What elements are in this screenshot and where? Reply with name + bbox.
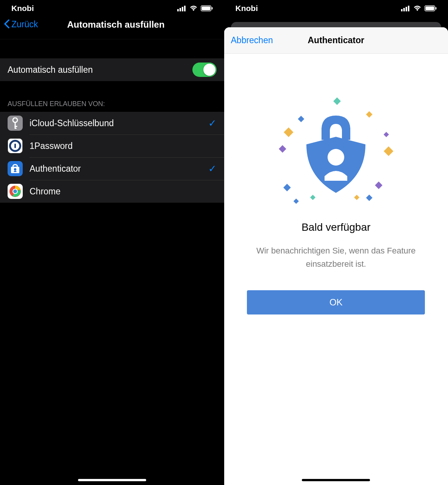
provider-row-icloud[interactable]: iCloud-Schlüsselbund ✓	[0, 112, 224, 135]
spark-icon	[283, 184, 291, 191]
toggle-knob	[203, 64, 215, 76]
provider-row-authenticator[interactable]: Authenticator ✓	[0, 157, 224, 180]
status-bar: Knobi	[224, 0, 448, 17]
page-title: Automatisch ausfüllen	[11, 19, 220, 30]
authenticator-icon	[8, 161, 23, 176]
svg-rect-2	[182, 7, 183, 11]
wifi-icon	[189, 5, 198, 11]
autofill-toggle-row[interactable]: Automatisch ausfüllen	[0, 58, 224, 81]
svg-rect-18	[401, 9, 403, 11]
status-icons	[177, 5, 213, 11]
chrome-icon	[8, 184, 23, 199]
sheet-body: Bald verfügbar Wir benachrichtigen Sie, …	[224, 54, 448, 485]
svg-rect-21	[408, 6, 409, 11]
carrier-label: Knobi	[236, 4, 258, 13]
provider-label: Authenticator	[30, 164, 201, 174]
spark-icon	[279, 145, 286, 153]
svg-rect-13	[14, 144, 16, 148]
status-bar: Knobi	[0, 0, 224, 17]
spark-icon	[384, 146, 393, 156]
icloud-keychain-icon	[8, 116, 23, 131]
phone-left-settings: Knobi Zurück Automatisch ausfüllen Autom…	[0, 0, 224, 485]
autofill-toggle-label: Automatisch ausfüllen	[8, 65, 192, 75]
svg-rect-20	[406, 7, 407, 11]
svg-rect-3	[184, 6, 186, 11]
svg-point-25	[328, 149, 344, 166]
svg-rect-10	[15, 128, 17, 129]
svg-rect-23	[426, 6, 434, 10]
provider-label: Chrome	[30, 186, 217, 197]
home-indicator[interactable]	[302, 479, 370, 481]
svg-point-17	[13, 189, 17, 193]
spark-icon	[284, 127, 293, 137]
provider-row-chrome[interactable]: Chrome	[0, 180, 224, 203]
authenticator-sheet: Abbrechen Authenticator	[224, 27, 448, 485]
wifi-icon	[413, 5, 421, 11]
home-indicator[interactable]	[78, 479, 146, 481]
lock-hero-illustration	[279, 95, 393, 209]
autofill-toggle[interactable]	[192, 63, 217, 77]
svg-rect-24	[436, 7, 437, 9]
spark-icon	[384, 132, 389, 137]
sheet-backdrop: Abbrechen Authenticator	[224, 22, 448, 485]
svg-point-7	[13, 118, 17, 122]
promo-subtitle: Wir benachrichtigen Sie, wenn das Featur…	[253, 244, 419, 271]
cancel-button[interactable]: Abbrechen	[231, 35, 273, 45]
allow-section-header: Ausfüllen erlauben von:	[0, 81, 224, 112]
chevron-left-icon	[4, 18, 10, 31]
cellular-signal-icon	[177, 5, 186, 11]
nav-bar: Zurück Automatisch ausfüllen	[0, 17, 224, 39]
svg-point-14	[14, 168, 16, 171]
1password-icon	[8, 138, 23, 153]
lock-shield-icon	[298, 109, 374, 196]
carrier-label: Knobi	[11, 4, 34, 13]
cellular-signal-icon	[401, 5, 410, 11]
svg-rect-8	[15, 122, 16, 128]
battery-icon	[425, 5, 437, 11]
battery-icon	[201, 5, 213, 11]
phone-right-authenticator: Knobi Abbrechen Authenticator	[224, 0, 448, 485]
check-icon: ✓	[208, 117, 217, 129]
promo-title: Bald verfügbar	[301, 221, 370, 233]
svg-rect-0	[177, 9, 179, 11]
sheet-nav: Abbrechen Authenticator	[224, 27, 448, 54]
status-icons	[401, 5, 437, 11]
svg-rect-6	[212, 7, 213, 9]
check-icon: ✓	[208, 163, 217, 175]
provider-row-1password[interactable]: 1Password	[0, 135, 224, 157]
svg-rect-19	[403, 8, 405, 11]
ok-button[interactable]: OK	[247, 290, 425, 314]
spark-icon	[333, 97, 341, 105]
svg-rect-1	[180, 8, 181, 11]
svg-rect-5	[201, 6, 210, 10]
provider-label: 1Password	[30, 141, 217, 151]
spark-icon	[293, 199, 299, 204]
spark-icon	[375, 181, 382, 189]
svg-rect-9	[15, 126, 17, 127]
provider-label: iCloud-Schlüsselbund	[30, 118, 201, 128]
